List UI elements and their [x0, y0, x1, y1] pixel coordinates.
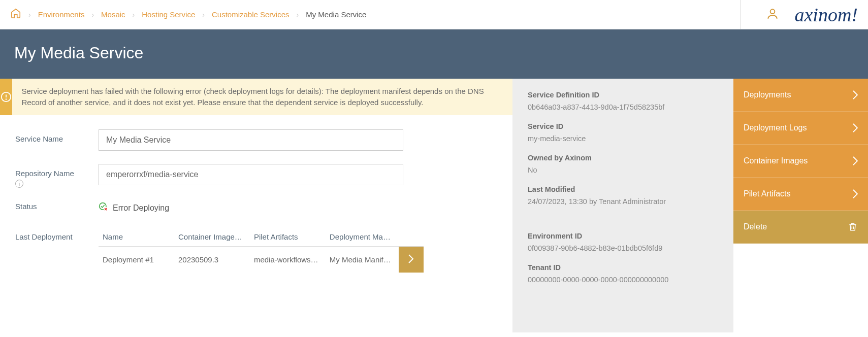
cell-pilet: media-workflows@… [250, 246, 326, 273]
meta-label: Last Modified [528, 185, 718, 193]
meta-label: Owned by Axinom [528, 154, 718, 162]
meta-value: 0b646a03-a837-4413-9d0a-1f75d58235bf [528, 103, 718, 111]
status-error-icon [99, 202, 109, 214]
alert-text: Service deployment has failed with the f… [12, 79, 512, 115]
meta-value: 24/07/2023, 13:30 by Tenant Administrato… [528, 197, 718, 206]
breadcrumb-link[interactable]: Mosaic [101, 10, 125, 19]
action-deployments[interactable]: Deployments [733, 79, 868, 112]
header-right: axinom! [740, 0, 858, 29]
chevron-right-icon [853, 189, 858, 198]
deployment-table: Name Container Image… Pilet Artifacts De… [99, 227, 424, 273]
cell-image: 20230509.3 [174, 246, 250, 273]
chevron-right-icon: › [297, 11, 299, 19]
divider [740, 0, 741, 29]
action-label: Deployments [744, 90, 791, 99]
action-label: Container Images [744, 156, 808, 165]
trash-icon [848, 221, 858, 232]
page-header: My Media Service [0, 29, 868, 79]
svg-point-0 [770, 9, 775, 14]
action-label: Delete [744, 222, 767, 231]
col-manifest[interactable]: Deployment Ma… [326, 227, 399, 247]
chevron-right-icon [853, 123, 858, 132]
status-text: Error Deploying [113, 204, 169, 213]
last-deployment-label: Last Deployment [15, 227, 99, 241]
action-label: Deployment Logs [744, 123, 807, 132]
repository-name-label: Repository Name [15, 169, 74, 178]
main-layout: Service deployment has failed with the f… [0, 79, 868, 332]
breadcrumb-link[interactable]: Hosting Service [142, 10, 195, 19]
user-icon[interactable] [766, 7, 779, 22]
page-title: My Media Service [14, 44, 854, 62]
service-name-label: Service Name [15, 129, 99, 143]
meta-value: 00000000-0000-0000-0000-000000000000 [528, 276, 718, 284]
chevron-right-icon: › [28, 11, 31, 19]
meta-label: Service Definition ID [528, 91, 718, 99]
status-label: Status [15, 201, 99, 211]
alert-banner: Service deployment has failed with the f… [0, 79, 512, 115]
breadcrumb-current: My Media Service [306, 10, 366, 19]
meta-panel: Service Definition ID 0b646a03-a837-4413… [512, 79, 733, 332]
meta-value: my-media-service [528, 134, 718, 143]
action-pilet-artifacts[interactable]: Pilet Artifacts [733, 178, 868, 211]
action-label: Pilet Artifacts [744, 189, 790, 198]
breadcrumb-link[interactable]: Environments [38, 10, 85, 19]
logo: axinom! [794, 4, 858, 26]
table-row[interactable]: Deployment #1 20230509.3 media-workflows… [99, 246, 424, 273]
svg-point-3 [6, 99, 7, 99]
chevron-right-icon [853, 156, 858, 165]
breadcrumb: › Environments › Mosaic › Hosting Servic… [10, 8, 366, 21]
form: Service Name Repository Name i Status Er… [0, 115, 512, 300]
col-pilet[interactable]: Pilet Artifacts [250, 227, 326, 247]
actions-panel: Deployments Deployment Logs Container Im… [733, 79, 868, 332]
action-delete[interactable]: Delete [733, 211, 868, 244]
cell-manifest: My Media Manifest… [326, 246, 399, 273]
action-container-images[interactable]: Container Images [733, 145, 868, 178]
home-icon[interactable] [10, 8, 21, 21]
meta-label: Environment ID [528, 232, 718, 240]
info-icon[interactable]: i [15, 180, 23, 188]
status-value: Error Deploying [99, 201, 169, 214]
meta-label: Service ID [528, 122, 718, 130]
top-bar: › Environments › Mosaic › Hosting Servic… [0, 0, 868, 29]
col-name[interactable]: Name [99, 227, 174, 247]
meta-value: No [528, 166, 718, 174]
cell-name: Deployment #1 [99, 246, 174, 273]
left-column: Service deployment has failed with the f… [0, 79, 512, 332]
service-name-input[interactable] [99, 129, 403, 151]
action-deployment-logs[interactable]: Deployment Logs [733, 112, 868, 145]
repository-name-input[interactable] [99, 164, 403, 185]
meta-value: 0f009387-90b6-4882-b83e-01bdb05f6fd9 [528, 244, 718, 252]
chevron-right-icon: › [91, 11, 94, 19]
col-image[interactable]: Container Image… [174, 227, 250, 247]
chevron-right-icon: › [133, 11, 135, 19]
alert-icon [0, 79, 12, 115]
chevron-right-icon [853, 90, 858, 99]
chevron-right-icon: › [202, 11, 205, 19]
row-action-button[interactable] [399, 246, 424, 273]
breadcrumb-link[interactable]: Customizable Services [212, 10, 290, 19]
meta-label: Tenant ID [528, 263, 718, 272]
